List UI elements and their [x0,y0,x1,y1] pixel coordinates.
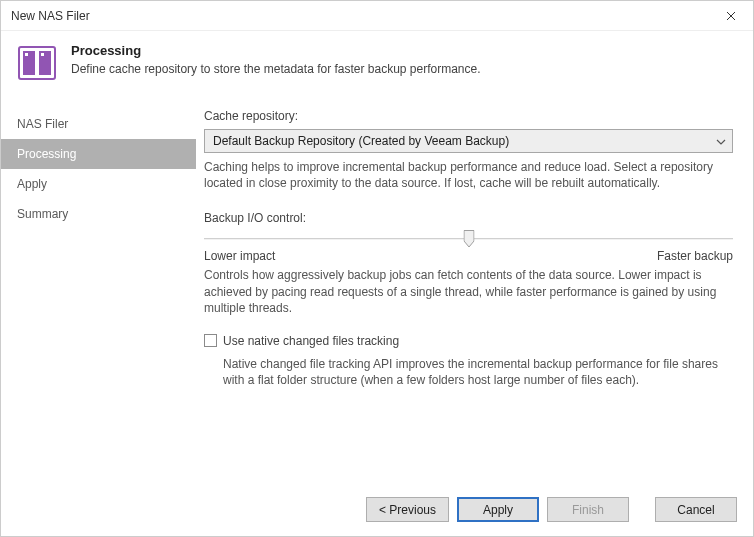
native-tracking-label[interactable]: Use native changed files tracking [223,334,399,348]
wizard-header: Processing Define cache repository to st… [1,31,753,99]
io-control-range-labels: Lower impact Faster backup [204,249,733,263]
native-tracking-checkbox[interactable] [204,334,217,347]
cache-repository-value: Default Backup Repository (Created by Ve… [213,134,509,148]
native-tracking-row: Use native changed files tracking [204,334,733,348]
wizard-steps: NAS Filer Processing Apply Summary [1,99,196,484]
cache-repository-label: Cache repository: [204,109,733,123]
io-control-label: Backup I/O control: [204,211,733,225]
cache-repository-dropdown[interactable]: Default Backup Repository (Created by Ve… [204,129,733,153]
wizard-header-text: Processing Define cache repository to st… [71,43,481,76]
cancel-button[interactable]: Cancel [655,497,737,522]
page-title: Processing [71,43,481,58]
sidebar-item-summary[interactable]: Summary [1,199,196,229]
io-control-help: Controls how aggressively backup jobs ca… [204,267,733,316]
slider-thumb[interactable] [463,230,474,248]
svg-rect-3 [25,53,28,56]
io-lower-label: Lower impact [204,249,275,263]
wizard-footer: < Previous Apply Finish Cancel [1,484,753,536]
sidebar-item-nas-filer[interactable]: NAS Filer [1,109,196,139]
nas-filer-icon [17,43,57,83]
sidebar-item-apply[interactable]: Apply [1,169,196,199]
svg-rect-1 [23,51,35,75]
native-tracking-help: Native changed file tracking API improve… [223,356,733,388]
close-button[interactable] [709,1,753,31]
wizard-main: Cache repository: Default Backup Reposit… [196,99,753,484]
io-control-block: Backup I/O control: Lower impact Faster … [204,211,733,316]
previous-button[interactable]: < Previous [366,497,449,522]
svg-rect-2 [39,51,51,75]
finish-button: Finish [547,497,629,522]
page-subtitle: Define cache repository to store the met… [71,62,481,76]
wizard-body: NAS Filer Processing Apply Summary Cache… [1,99,753,484]
title-bar: New NAS Filer [1,1,753,31]
chevron-down-icon [716,134,726,148]
io-control-slider[interactable] [204,229,733,247]
svg-rect-4 [41,53,44,56]
cache-repository-help: Caching helps to improve incremental bac… [204,159,733,191]
window-title: New NAS Filer [11,9,90,23]
close-icon [726,8,736,24]
apply-button[interactable]: Apply [457,497,539,522]
io-faster-label: Faster backup [657,249,733,263]
sidebar-item-processing[interactable]: Processing [1,139,196,169]
